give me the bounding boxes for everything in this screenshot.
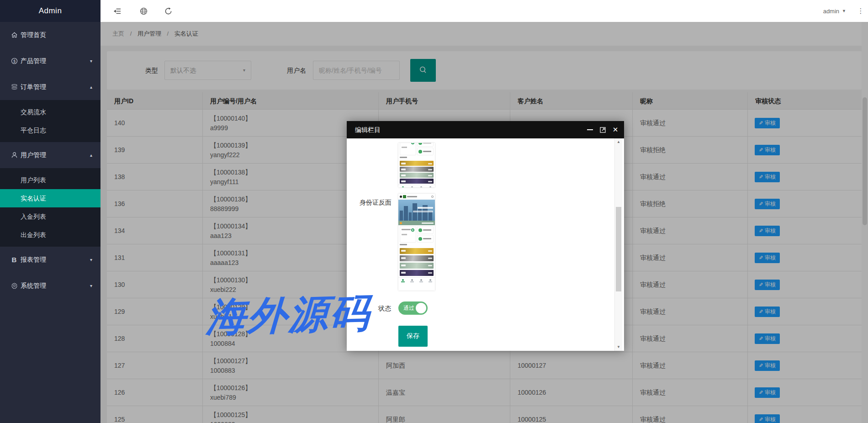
status-label: 状态 bbox=[378, 305, 391, 313]
dialog-scrollbar-thumb[interactable] bbox=[616, 207, 621, 291]
sidebar-item-user-list[interactable]: 用户列表 bbox=[0, 171, 101, 189]
sidebar-item-label: 用户管理 bbox=[21, 142, 46, 168]
chevron-down-icon: ▾ bbox=[90, 48, 92, 74]
sidebar-item-system[interactable]: 系统管理 ▾ bbox=[0, 273, 101, 299]
edit-dialog: 编辑栏目 ✕ bbox=[347, 121, 624, 351]
sidebar-item-orders[interactable]: 订单管理 ▴ bbox=[0, 74, 101, 100]
scroll-down-icon[interactable]: ▼ bbox=[615, 344, 622, 351]
save-button[interactable]: 保存 bbox=[398, 326, 428, 347]
close-icon[interactable]: ✕ bbox=[609, 121, 621, 138]
sidebar-item-label: 报表管理 bbox=[21, 247, 46, 273]
chevron-down-icon: ▾ bbox=[90, 247, 92, 273]
sidebar-item-close-log[interactable]: 平仓日志 bbox=[0, 121, 101, 139]
sidebar-item-dashboard[interactable]: 管理首页 bbox=[0, 22, 101, 48]
id-card-back-label: 身份证反面 bbox=[360, 199, 392, 207]
sidebar-item-label: 系统管理 bbox=[21, 273, 46, 299]
minimize-icon[interactable] bbox=[584, 121, 596, 138]
orders-submenu: 交易流水 平仓日志 bbox=[0, 100, 101, 142]
chevron-down-icon: ▼ bbox=[842, 9, 846, 13]
user-name: admin bbox=[823, 8, 839, 15]
status-toggle[interactable]: 通过 bbox=[398, 301, 428, 315]
sidebar-item-deposit-list[interactable]: 入金列表 bbox=[0, 207, 101, 226]
sidebar-item-reports[interactable]: B 报表管理 ▾ bbox=[0, 247, 101, 273]
id-card-front-image bbox=[398, 143, 435, 187]
sidebar-item-label: 管理首页 bbox=[21, 22, 46, 48]
sidebar-item-label: 订单管理 bbox=[21, 74, 46, 100]
sidebar: Admin 管理首页 $ 产品管理 ▾ 订单管理 ▴ 交易流水 平仓日志 bbox=[0, 0, 101, 423]
dialog-title: 编辑栏目 bbox=[355, 121, 381, 138]
user-menu[interactable]: admin ▼ bbox=[823, 0, 846, 22]
topbar: admin ▼ ⋮ bbox=[101, 0, 868, 22]
users-submenu: 用户列表 实名认证 入金列表 出金列表 bbox=[0, 168, 101, 247]
dialog-scrollbar[interactable]: ▲ ▼ bbox=[614, 138, 622, 351]
sidebar-item-products[interactable]: $ 产品管理 ▾ bbox=[0, 48, 101, 74]
sidebar-item-users[interactable]: 用户管理 ▴ bbox=[0, 142, 101, 168]
toggle-knob bbox=[416, 303, 426, 313]
coin-icon: $ bbox=[10, 48, 18, 74]
more-options-icon[interactable]: ⋮ bbox=[855, 0, 866, 22]
globe-icon[interactable] bbox=[134, 0, 153, 22]
sidebar-item-withdraw-list[interactable]: 出金列表 bbox=[0, 226, 101, 244]
svg-text:$: $ bbox=[13, 59, 16, 63]
app-logo: Admin bbox=[0, 0, 101, 22]
collapse-sidebar-icon[interactable] bbox=[108, 0, 126, 22]
sidebar-item-trade-flow[interactable]: 交易流水 bbox=[0, 103, 101, 121]
maximize-icon[interactable] bbox=[597, 121, 609, 138]
refresh-icon[interactable] bbox=[159, 0, 177, 22]
scroll-up-icon[interactable]: ▲ bbox=[615, 138, 622, 146]
edit-dialog-body: 身份证反面 bbox=[347, 138, 624, 351]
chevron-down-icon: ▾ bbox=[90, 273, 92, 299]
chevron-up-icon: ▴ bbox=[90, 142, 92, 168]
letter-b-icon: B bbox=[10, 247, 18, 273]
id-card-back-image bbox=[398, 194, 435, 291]
gear-icon bbox=[10, 273, 18, 299]
edit-dialog-titlebar[interactable]: 编辑栏目 ✕ bbox=[347, 121, 624, 138]
layers-icon bbox=[10, 74, 18, 100]
sidebar-item-realname-auth[interactable]: 实名认证 bbox=[0, 189, 101, 207]
user-icon bbox=[10, 142, 18, 168]
home-icon bbox=[10, 22, 18, 48]
toggle-on-label: 通过 bbox=[403, 301, 414, 315]
chevron-up-icon: ▴ bbox=[90, 74, 92, 100]
sidebar-item-label: 产品管理 bbox=[21, 48, 46, 74]
